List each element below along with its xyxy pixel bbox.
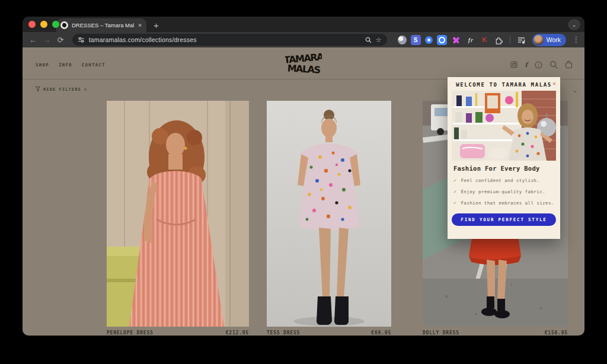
welcome-popup: WELCOME TO TAMARA MALAS ✕ xyxy=(448,77,560,239)
menu-kebab-icon[interactable]: ⋮ xyxy=(573,36,580,44)
search-icon[interactable] xyxy=(365,37,372,43)
window-controls xyxy=(28,21,59,28)
extensions-puzzle-icon[interactable] xyxy=(494,35,504,45)
product-price: €156.95 xyxy=(545,330,568,336)
product-price: €69.95 xyxy=(371,330,391,336)
instagram-icon[interactable] xyxy=(510,61,517,68)
profile-label: Work xyxy=(547,36,561,43)
main-nav: SHOP INFO CONTACT xyxy=(36,62,106,68)
sort-chevron-icon[interactable]: ⌄ xyxy=(573,87,577,93)
minimize-window-button[interactable] xyxy=(40,21,47,28)
benefit-item: ✓ Feel confident and stylish. xyxy=(452,177,556,183)
product-title: TESS DRESS xyxy=(267,330,300,336)
shop-search-icon[interactable] xyxy=(550,60,558,69)
zoom-window-button[interactable] xyxy=(52,21,59,28)
popup-heading: Fashion For Every Body xyxy=(452,165,556,172)
product-caption-penelope[interactable]: PENELOPE DRESS €212.95 xyxy=(107,330,249,336)
logo-line-2: MALAS xyxy=(287,63,321,76)
forward-icon[interactable]: → xyxy=(41,36,52,44)
extension-dot-icon[interactable] xyxy=(425,36,433,44)
close-window-button[interactable] xyxy=(28,21,36,28)
site-settings-icon[interactable] xyxy=(78,36,85,43)
nav-contact[interactable]: CONTACT xyxy=(82,62,106,68)
tab-strip: DRESSES – Tamara Malas ✕ + ⌄ xyxy=(23,17,584,32)
filters-toggle-label: HIDE FILTERS xyxy=(43,87,81,92)
extension-x-icon[interactable] xyxy=(451,35,461,45)
browser-window: DRESSES – Tamara Malas ✕ + ⌄ ← → ⟳ tamar… xyxy=(23,17,584,336)
check-icon: ✓ xyxy=(453,200,456,206)
address-bar[interactable]: tamaramalas.com/collections/dresses ☆ xyxy=(72,34,387,46)
extension-circle-icon[interactable] xyxy=(398,36,407,44)
extension-fr-icon[interactable]: ƒr xyxy=(465,35,475,45)
extension-camera-icon[interactable] xyxy=(437,35,447,45)
svg-text:♪: ♪ xyxy=(537,63,539,68)
check-icon: ✓ xyxy=(453,177,456,183)
facebook-icon[interactable]: f xyxy=(525,61,528,69)
popup-benefits-list: ✓ Feel confident and stylish. ✓ Enjoy pr… xyxy=(452,177,556,206)
cart-bag-icon[interactable] xyxy=(565,60,573,69)
profile-avatar xyxy=(533,35,544,45)
nav-info[interactable]: INFO xyxy=(59,62,72,68)
tiktok-icon[interactable]: ♪ xyxy=(535,61,542,69)
bookmark-star-icon[interactable]: ☆ xyxy=(376,36,382,44)
extension-s-icon[interactable]: S xyxy=(411,35,421,45)
product-image-penelope[interactable] xyxy=(107,101,249,327)
reload-icon[interactable]: ⟳ xyxy=(55,36,66,44)
product-title: DOLLY DRESS xyxy=(423,330,459,336)
extension-k-icon[interactable]: K xyxy=(480,35,490,45)
chevron-up-icon: ∧ xyxy=(84,87,87,92)
site-content: SHOP INFO CONTACT TAMARA MALAS f ♪ xyxy=(23,47,584,336)
back-icon[interactable]: ← xyxy=(27,36,39,44)
media-controls-icon[interactable] xyxy=(516,35,526,45)
filters-toggle[interactable]: HIDE FILTERS ∧ xyxy=(36,87,87,92)
product-caption-dolly[interactable]: DOLLY DRESS €156.95 xyxy=(423,330,568,336)
check-icon: ✓ xyxy=(453,189,456,194)
tab-search-button[interactable]: ⌄ xyxy=(568,19,580,30)
url-text[interactable]: tamaramalas.com/collections/dresses xyxy=(89,36,361,43)
find-style-button[interactable]: FIND YOUR PERFECT STYLE xyxy=(452,213,556,226)
benefit-item: ✓ Fashion that embraces all sizes. xyxy=(452,200,556,206)
popup-title: WELCOME TO TAMARA MALAS xyxy=(456,82,551,88)
tab-title: DRESSES – Tamara Malas xyxy=(72,22,134,28)
nav-shop[interactable]: SHOP xyxy=(36,62,49,68)
browser-toolbar: ← → ⟳ tamaramalas.com/collections/dresse… xyxy=(23,32,584,47)
product-image-tess[interactable] xyxy=(267,101,391,327)
profile-chip[interactable]: Work xyxy=(532,34,566,46)
browser-tab[interactable]: DRESSES – Tamara Malas ✕ xyxy=(56,18,146,32)
site-favicon-icon xyxy=(60,21,68,29)
benefit-item: ✓ Enjoy premium-quality fabric. xyxy=(452,189,556,194)
new-tab-button[interactable]: + xyxy=(154,18,159,32)
product-title: PENELOPE DRESS xyxy=(107,330,154,336)
site-header: SHOP INFO CONTACT TAMARA MALAS f ♪ xyxy=(23,47,584,79)
product-caption-tess[interactable]: TESS DRESS €69.95 xyxy=(267,330,391,336)
filter-funnel-icon xyxy=(36,87,40,92)
site-logo[interactable]: TAMARA MALAS xyxy=(285,51,322,79)
product-price: €212.95 xyxy=(226,330,249,336)
popup-close-icon[interactable]: ✕ xyxy=(552,80,556,87)
tab-close-icon[interactable]: ✕ xyxy=(138,23,142,28)
toolbar-separator xyxy=(510,36,510,44)
extensions-row: S ƒr K Work ⋮ xyxy=(398,34,580,46)
popup-photo xyxy=(452,91,556,161)
